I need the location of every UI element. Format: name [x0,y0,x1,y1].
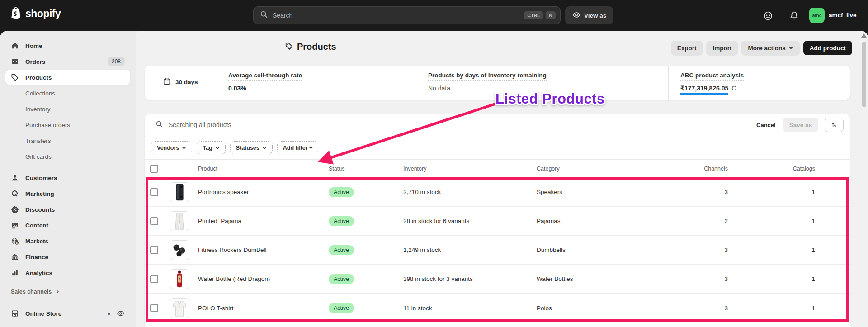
main-area: Products Export Import More actions Add … [136,31,868,327]
row-checkbox[interactable] [150,275,158,283]
global-search-bar[interactable]: CTRL K [253,6,561,24]
sidebar-item-gift-cards[interactable]: Gift cards [5,149,130,164]
header-actions: Export Import More actions Add product [671,41,852,55]
abc-analysis-value: ₹177,319,826.05 [680,85,728,95]
save-as-button[interactable]: Save as [783,118,818,132]
channels-cell: 3 [681,246,728,253]
select-all-checkbox[interactable] [150,165,158,173]
sell-through-value: 0.03% [228,85,246,92]
add-product-button[interactable]: Add product [803,41,852,55]
sidebar-item-customers[interactable]: Customers [5,170,130,185]
column-header-product[interactable]: Product [198,166,329,172]
export-button[interactable]: Export [671,41,703,55]
sidebar-item-markets[interactable]: $ Markets [5,233,130,249]
category-cell: Pajamas [537,218,681,224]
table-row[interactable]: Water Bottle (Red Dragon) Active 398 in … [145,265,850,294]
table-row[interactable]: Fitness Rockers DumBell Active 1,249 in … [145,236,850,265]
status-badge: Active [329,187,354,197]
shopify-wordmark: shopify [25,8,61,20]
column-header-category[interactable]: Category [537,166,681,172]
top-bar: shopify CTRL K View as amc amcf_live [0,0,868,31]
product-name: Water Bottle (Red Dragon) [198,275,329,282]
add-filter-button[interactable]: Add filter + [277,141,319,154]
date-range-button[interactable]: 30 days [163,77,198,87]
inventory-cell: 28 in stock for 6 variants [403,218,537,224]
sidebar-item-home[interactable]: Home [5,38,130,53]
divider [416,66,416,100]
sidebar-item-online-store[interactable]: Online Store • [5,306,130,321]
inventory-cell: 398 in stock for 3 variants [403,275,537,282]
metrics-card: 30 days Average sell-through rate 0.03%—… [145,66,850,100]
abc-analysis-label[interactable]: ABC product analysis [680,72,744,81]
global-search-input[interactable] [273,12,521,19]
sidebar-item-transfers[interactable]: Transfers [5,133,130,148]
pajama-image [170,211,189,231]
sidebar-item-products[interactable]: Products [5,70,130,85]
import-button[interactable]: Import [706,41,738,55]
storefront-icon [11,309,19,318]
marketing-icon [11,190,19,198]
sidebar-item-purchase-orders[interactable]: Purchase orders [5,117,130,133]
sidebar-item-collections[interactable]: Collections [5,85,130,101]
markets-globe-icon: $ [11,237,19,245]
vendors-filter[interactable]: Vendors [151,141,192,154]
tag-filter[interactable]: Tag [197,141,225,154]
tag-icon [285,42,293,52]
inventory-cell: 1,249 in stock [403,246,537,253]
sort-arrows-icon [830,121,838,128]
avatar[interactable]: amc [809,8,825,23]
sidebar-item-finance[interactable]: Finance [5,249,130,265]
chevron-right-icon [55,289,60,294]
column-header-channels[interactable]: Channels [681,166,728,172]
inventory-cell: 2,710 in stock [403,189,537,195]
row-checkbox[interactable] [150,217,158,225]
table-row[interactable]: Portronics speaker Active 2,710 in stock… [145,178,850,207]
more-actions-button[interactable]: More actions [741,41,799,55]
inventory-days-value: No data [428,85,547,92]
column-header-status[interactable]: Status [329,166,403,172]
status-badge: Active [329,216,354,226]
notifications-bell-icon[interactable] [789,11,799,21]
product-search-input[interactable] [169,121,756,128]
row-checkbox[interactable] [150,246,158,254]
username[interactable]: amcf_live [829,12,857,19]
column-header-inventory[interactable]: Inventory [403,166,537,172]
inventory-days-label[interactable]: Products by days of inventory remaining [428,72,547,81]
product-name: POLO T-shirt [198,305,329,312]
row-checkbox[interactable] [150,188,158,196]
cancel-button[interactable]: Cancel [756,122,776,128]
sidebar: Home Orders 208 Products Collections Inv… [0,31,136,327]
sidebar-item-orders[interactable]: Orders 208 [5,54,130,69]
sort-button[interactable] [825,118,844,132]
catalogs-cell: 1 [728,218,815,224]
k-keycap: K [546,11,556,20]
sales-channels-header[interactable]: Sales channels [11,289,60,295]
sidebar-item-marketing[interactable]: Marketing [5,186,130,201]
sell-through-trend: — [250,85,257,92]
sidebar-item-discounts[interactable]: Discounts [5,202,130,217]
finance-bank-icon [11,253,19,261]
eye-icon[interactable] [117,309,125,318]
statuses-filter[interactable]: Statuses [230,141,273,154]
shopify-logo[interactable]: shopify [10,6,61,21]
shopify-bag-icon [10,6,22,21]
face-icon[interactable] [763,11,773,21]
table-row[interactable]: POLO T-shirt Active 11 in stock Polos 3 … [145,294,850,322]
scrollbar-thumb[interactable] [862,42,866,107]
view-as-button[interactable]: View as [565,6,613,24]
status-badge: Active [329,303,354,313]
scroll-up-arrow[interactable] [861,33,867,38]
product-thumbnail [170,269,189,289]
row-checkbox[interactable] [150,304,158,312]
sidebar-item-content[interactable]: Content [5,218,130,233]
catalogs-cell: 1 [728,305,815,312]
column-header-catalogs[interactable]: Catalogs [728,166,815,172]
chevron-down-icon [262,146,267,150]
chevron-down-icon [215,146,220,150]
channels-cell: 3 [681,275,728,282]
sidebar-item-analytics[interactable]: Analytics [5,265,130,280]
sell-through-label[interactable]: Average sell-through rate [228,72,302,81]
dumbbell-image [170,240,189,260]
sidebar-item-inventory[interactable]: Inventory [5,101,130,117]
table-row[interactable]: Printed_Pajama Active 28 in stock for 6 … [145,207,850,236]
